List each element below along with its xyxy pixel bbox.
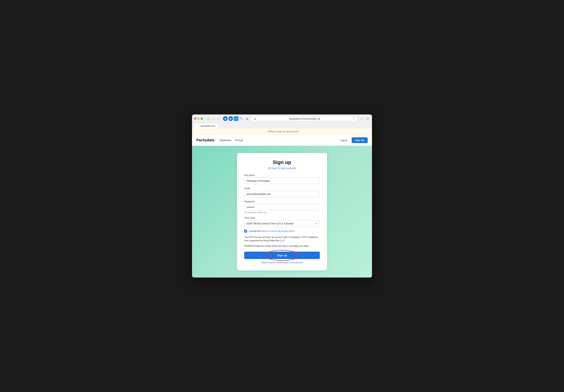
traffic-lights [194,118,203,120]
browser-titlebar: ⬜ ‹ › ◉ ▶ i 🔧 ◑ 🔒 pachydata.com/users/si… [194,116,370,123]
alert-message: Please create an account first. [268,130,300,133]
and-text: & [278,230,281,232]
browser-window: ⬜ ‹ › ◉ ▶ i 🔧 ◑ 🔒 pachydata.com/users/si… [192,114,372,278]
site-logo: Pachydata [196,138,214,142]
info-text-2: FRIENDS National Center does not hold or… [244,244,320,248]
nav-pricing[interactable]: Pricing [235,139,243,142]
extension-icon-2[interactable]: ▶ [228,116,233,121]
fullname-input[interactable] [244,178,320,184]
timezone-group: Time zone (GMT-06:00) Central Time (US &… [244,217,320,227]
sidebar-toggle-button[interactable]: ⬜ [206,116,210,121]
url-text: pachydata.com/users/sign_up [257,117,352,120]
fullname-group: Full name [244,174,320,184]
tab-label: pachydata.com [201,125,215,127]
email-input[interactable] [244,191,320,197]
extension-icon-3[interactable]: i [234,116,238,121]
extension-icon-1[interactable]: ◉ [223,116,228,121]
signup-card: Sign up Or log in to your account Full n… [237,153,327,270]
reload-icon[interactable]: ↻ [353,117,355,120]
info-text-1: Your PFS Group will have an account with… [244,235,320,242]
maximize-button[interactable] [201,118,203,120]
email-label: Email [244,187,320,190]
back-button[interactable]: ‹ [211,116,216,121]
timezone-label: Time zone [244,217,320,219]
card-title: Sign up [244,159,320,165]
active-tab[interactable]: 📄 pachydata.com [194,124,218,128]
nav-links: Databases Pricing [219,139,243,142]
terms-row: I accept the terms of service & privacy … [244,230,320,233]
extension-icon-4[interactable]: 🔧 [239,116,244,121]
browser-tabs: 📄 pachydata.com [194,124,370,128]
extension-icon-5[interactable]: ◑ [245,116,249,121]
password-label: Password [244,200,320,203]
site-nav: Pachydata Databases Pricing Log In Sign … [192,135,372,146]
login-button[interactable]: Log In [338,138,349,143]
email-group: Email [244,187,320,197]
confirmation-link[interactable]: Didn't receive confirmation instructions… [244,261,320,264]
login-link[interactable]: log in to your account [272,167,296,169]
privacy-link[interactable]: privacy policy [281,230,295,232]
close-button[interactable] [194,118,196,120]
forward-button[interactable]: › [217,116,221,121]
nav-databases[interactable]: Databases [219,139,232,142]
terms-label: I accept the terms of service & privacy … [248,230,295,232]
new-tab-button[interactable]: + [359,116,364,121]
nav-signup-button[interactable]: Sign Up [352,137,368,143]
browser-controls: ⬜ ‹ › [206,116,221,121]
windows-button[interactable]: ⧉ [366,116,370,121]
signup-button[interactable]: Sign up [244,252,320,259]
nav-actions: Log In Sign Up [338,137,368,143]
card-subtitle: Or log in to your account [244,167,320,169]
tab-favicon: 📄 [197,125,200,127]
fullname-label: Full name [244,174,320,177]
timezone-select[interactable]: (GMT-06:00) Central Time (US & Canada) (… [244,220,320,227]
signup-button-wrapper: Sign up [244,250,320,261]
minimize-button[interactable] [197,118,200,120]
address-bar[interactable]: 🔒 pachydata.com/users/sign_up ↻ [251,116,358,121]
main-content: Sign up Or log in to your account Full n… [192,146,372,278]
warning-icon: ⚠ [265,130,267,133]
browser-chrome: ⬜ ‹ › ◉ ▶ i 🔧 ◑ 🔒 pachydata.com/users/si… [192,114,372,128]
lock-icon: 🔒 [254,118,256,120]
toolbar-icons: ◉ ▶ i 🔧 ◑ [223,116,249,121]
password-input[interactable] [244,204,320,210]
page-content: ⚠ Please create an account first. Pachyd… [192,128,372,278]
password-group: Password (6 characters minimum) [244,200,320,214]
checkbox-prefix: I accept the [248,230,261,232]
subtitle-prefix: Or [268,167,272,169]
terms-link[interactable]: terms of service [261,230,278,232]
password-hint: (6 characters minimum) [244,211,320,214]
terms-checkbox[interactable] [244,230,247,233]
alert-banner: ⚠ Please create an account first. [192,128,372,135]
